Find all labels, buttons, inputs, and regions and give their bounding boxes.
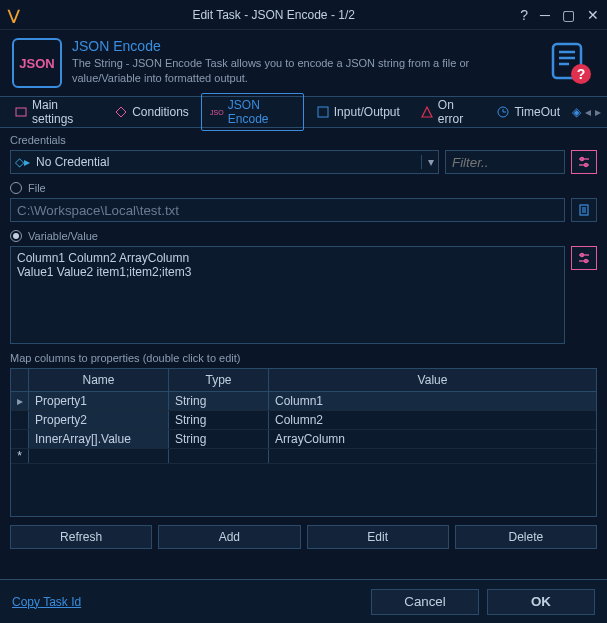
- clock-icon: [496, 105, 510, 119]
- col-header-name[interactable]: Name: [29, 369, 169, 391]
- tab-main-settings[interactable]: Main settings: [6, 94, 102, 130]
- credentials-selected: No Credential: [36, 155, 421, 169]
- credentials-label: Credentials: [10, 134, 597, 146]
- settings-icon: [14, 105, 28, 119]
- tab-timeout[interactable]: TimeOut: [488, 101, 568, 123]
- help-icon[interactable]: ?: [520, 7, 528, 23]
- conditions-icon: [114, 105, 128, 119]
- col-header-type[interactable]: Type: [169, 369, 269, 391]
- svg-rect-8: [318, 107, 328, 117]
- tab-conditions[interactable]: Conditions: [106, 101, 197, 123]
- variable-settings-button[interactable]: [571, 246, 597, 270]
- variable-radio[interactable]: [10, 230, 22, 242]
- svg-text:JSON: JSON: [210, 109, 224, 116]
- tab-label: Conditions: [132, 105, 189, 119]
- tab-label: TimeOut: [514, 105, 560, 119]
- cell-name[interactable]: InnerArray[].Value: [29, 430, 169, 448]
- tab-json-encode[interactable]: JSON JSON Encode: [201, 93, 304, 131]
- task-type-icon: JSON: [12, 38, 62, 88]
- ok-button[interactable]: OK: [487, 589, 595, 615]
- scroll-left-icon[interactable]: ◂: [585, 105, 591, 119]
- warning-icon: [420, 105, 434, 119]
- edit-button[interactable]: Edit: [307, 525, 449, 549]
- cell-value[interactable]: Column2: [269, 411, 596, 429]
- cancel-button[interactable]: Cancel: [371, 589, 479, 615]
- app-logo-icon: ⋁: [8, 7, 19, 23]
- tab-label: Main settings: [32, 98, 94, 126]
- maximize-icon[interactable]: ▢: [562, 7, 575, 23]
- tab-label: On error: [438, 98, 477, 126]
- close-icon[interactable]: ✕: [587, 7, 599, 23]
- cell-name[interactable]: Property1: [29, 392, 169, 410]
- file-radio[interactable]: [10, 182, 22, 194]
- cell-type[interactable]: String: [169, 411, 269, 429]
- file-path-input[interactable]: [10, 198, 565, 222]
- new-row-icon: *: [11, 449, 29, 463]
- tab-label: Input/Output: [334, 105, 400, 119]
- credential-icon: ◇▸: [15, 155, 30, 169]
- mapping-grid[interactable]: Name Type Value ▸ Property1 String Colum…: [10, 368, 597, 517]
- tab-on-error[interactable]: On error: [412, 94, 485, 130]
- chevron-down-icon: ▾: [421, 155, 434, 169]
- footer: Copy Task Id Cancel OK: [0, 579, 607, 623]
- tab-input-output[interactable]: Input/Output: [308, 101, 408, 123]
- copy-task-id-link[interactable]: Copy Task Id: [12, 595, 81, 609]
- context-help-icon[interactable]: ?: [545, 38, 595, 88]
- svg-text:?: ?: [577, 66, 586, 82]
- window-title: Edit Task - JSON Encode - 1/2: [27, 8, 520, 22]
- page-description: The String - JSON Encode Task allows you…: [72, 56, 535, 87]
- credentials-filter-input[interactable]: [445, 150, 565, 174]
- scroll-right-icon[interactable]: ▸: [595, 105, 601, 119]
- cell-type[interactable]: String: [169, 392, 269, 410]
- credentials-settings-button[interactable]: [571, 150, 597, 174]
- col-header-value[interactable]: Value: [269, 369, 596, 391]
- tab-bar: Main settings Conditions JSON JSON Encod…: [0, 96, 607, 128]
- cell-type[interactable]: String: [169, 430, 269, 448]
- table-row[interactable]: InnerArray[].Value String ArrayColumn: [11, 430, 596, 449]
- table-row[interactable]: ▸ Property1 String Column1: [11, 392, 596, 411]
- tab-label: JSON Encode: [228, 98, 295, 126]
- delete-button[interactable]: Delete: [455, 525, 597, 549]
- header: JSON JSON Encode The String - JSON Encod…: [0, 30, 607, 96]
- tab-overflow-icon[interactable]: ◈: [572, 105, 581, 119]
- add-button[interactable]: Add: [158, 525, 300, 549]
- table-row[interactable]: Property2 String Column2: [11, 411, 596, 430]
- cell-value[interactable]: Column1: [269, 392, 596, 410]
- cell-name[interactable]: Property2: [29, 411, 169, 429]
- refresh-button[interactable]: Refresh: [10, 525, 152, 549]
- titlebar: ⋁ Edit Task - JSON Encode - 1/2 ? ─ ▢ ✕: [0, 0, 607, 30]
- browse-file-button[interactable]: [571, 198, 597, 222]
- row-indicator-icon: ▸: [11, 392, 29, 410]
- minimize-icon[interactable]: ─: [540, 7, 550, 23]
- svg-rect-6: [16, 108, 26, 116]
- new-row[interactable]: *: [11, 449, 596, 464]
- json-icon: JSON: [210, 105, 224, 119]
- mapping-label: Map columns to properties (double click …: [10, 352, 597, 364]
- variable-label: Variable/Value: [28, 230, 98, 242]
- page-title: JSON Encode: [72, 38, 535, 54]
- credentials-select[interactable]: ◇▸ No Credential ▾: [10, 150, 439, 174]
- cell-value[interactable]: ArrayColumn: [269, 430, 596, 448]
- io-icon: [316, 105, 330, 119]
- variable-value-textarea[interactable]: Column1 Column2 ArrayColumn Value1 Value…: [10, 246, 565, 344]
- file-label: File: [28, 182, 46, 194]
